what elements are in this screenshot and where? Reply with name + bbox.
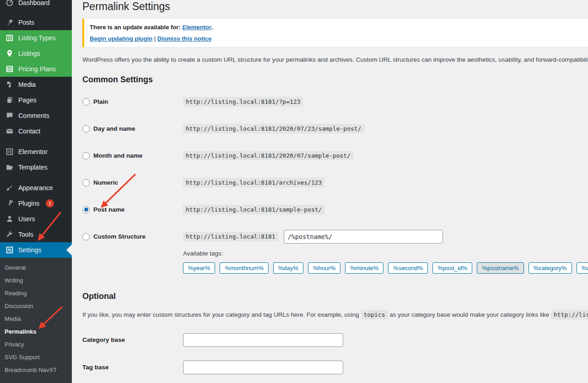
category-base-label: Category base [82,336,125,343]
sidebar-item-templates[interactable]: Templates [0,160,72,175]
permalink-options-table: Plain http://listing.local:8181/?p=123 D… [82,88,588,250]
tag-button-post-id[interactable]: %post_id% [432,262,472,274]
submenu-item-permalinks[interactable]: Permalinks [0,325,72,338]
sidebar-item-contact[interactable]: Contact [0,123,72,139]
update-count-badge: 1 [46,199,54,207]
plugin-icon [5,199,15,208]
submenu-item-privacy[interactable]: Privacy [0,338,72,351]
link-separator: | [152,35,157,42]
tag-button-author[interactable]: %author% [577,262,588,274]
option-label: Numeric [93,179,118,186]
sidebar-item-label: Settings [18,246,42,254]
sidebar-item-label: Appearance [18,184,53,192]
sidebar-item-label: Plugins [18,200,39,207]
tag-button-hour[interactable]: %hour% [308,262,340,274]
sidebar-item-plugins[interactable]: Plugins 1 [0,196,72,211]
sidebar-item-tools[interactable]: Tools [0,227,72,242]
comment-bubble-icon [5,111,15,120]
radio-plain[interactable] [82,98,90,106]
tag-button-minute[interactable]: %minute% [345,262,383,274]
submenu-item-general[interactable]: General [0,261,72,274]
custom-structure-input[interactable] [284,230,443,244]
custom-structure-prefix: http://listing.local:8181 [183,232,278,241]
dismiss-notice-link[interactable]: Dismiss this notice [157,35,211,42]
paintbrush-icon [5,183,15,192]
admin-menu: Dashboard Posts Listing Types Listings [0,0,72,258]
sidebar-item-label: Pricing Plans [18,65,56,73]
settings-submenu: General Writing Reading Discussion Media… [0,258,72,383]
example-url: http://listing.local:8181/2020/07/23/sam… [183,124,364,133]
media-icon [5,80,15,89]
plugin-link[interactable]: Elementor [182,24,211,31]
submenu-item-media[interactable]: Media [0,313,72,325]
field-row: Category base [82,326,588,354]
optional-heading: Optional [82,291,588,302]
page-title: Permalink Settings [82,0,588,13]
sidebar-item-label: Elementor [18,148,48,155]
sidebar-item-comments[interactable]: Comments [0,108,72,123]
tag-base-input[interactable] [183,361,343,374]
sidebar-item-listing-types[interactable]: Listing Types [0,30,72,46]
pages-icon [5,96,15,105]
tag-button-monthnum[interactable]: %monthnum% [220,262,269,274]
tag-base-label: Tag base [82,364,109,371]
submenu-item-svg-support[interactable]: SVG Support [0,351,72,364]
permalink-option-row: Numeric http://listing.local:8181/archiv… [82,169,588,196]
sidebar-item-label: Listing Types [18,34,55,42]
user-icon [5,214,15,223]
sidebar-item-label: Media [18,81,36,88]
permalink-option-row: Day and name http://listing.local:8181/2… [82,115,588,142]
menu-separator [0,139,72,144]
optional-text: as your category base would make your ca… [388,311,551,318]
example-url: http://listing.local:8181/2020/07/sample… [183,151,353,160]
folder-icon [5,163,15,172]
update-notice: There is an update available for: Elemen… [82,19,588,47]
example-url: http://listing.local:8181/?p=123 [183,97,303,106]
tag-button-category[interactable]: %category% [529,262,572,274]
example-url: http://listing.local:8181/sample-post/ [183,205,324,214]
notice-text-suffix: . [211,24,213,31]
permalink-option-row: Post name http://listing.local:8181/samp… [82,196,588,223]
tag-button-year[interactable]: %year% [183,262,215,274]
menu-separator [0,11,72,15]
settings-icon [5,245,15,255]
sidebar-item-pages[interactable]: Pages [0,92,72,108]
sidebar-item-dashboard[interactable]: Dashboard [0,0,72,11]
sidebar-item-posts[interactable]: Posts [0,15,72,30]
tag-button-second[interactable]: %second% [388,262,428,274]
dashboard-icon [5,0,15,7]
sidebar-item-settings[interactable]: Settings [0,242,72,258]
sidebar-item-label: Pages [18,96,37,104]
sidebar-item-listings[interactable]: Listings [0,46,72,61]
radio-post-name[interactable] [82,206,90,213]
tag-button-day[interactable]: %day% [273,262,303,274]
optional-text: If you like, you may enter custom struct… [82,311,361,318]
submenu-item-discussion[interactable]: Discussion [0,300,72,313]
option-label: Plain [93,98,108,105]
begin-updating-link[interactable]: Begin updating plugin [90,35,152,42]
option-label: Day and name [93,125,135,132]
submenu-item-reading[interactable]: Reading [0,287,72,300]
sidebar-item-pricing-plans[interactable]: Pricing Plans [0,61,72,77]
submenu-item-writing[interactable]: Writing [0,274,72,287]
radio-numeric[interactable] [82,179,90,186]
sidebar-item-appearance[interactable]: Appearance [0,180,72,196]
radio-month-and-name[interactable] [82,152,90,160]
tag-button-postname[interactable]: %postname% [477,262,523,274]
sidebar-item-elementor[interactable]: Elementor [0,144,72,160]
radio-day-and-name[interactable] [82,125,90,133]
sidebar-item-media[interactable]: Media [0,77,72,92]
submenu-item-breadcrumb-navxt[interactable]: Breadcrumb NavXT [0,364,72,377]
category-base-input[interactable] [183,333,343,347]
radio-custom-structure[interactable] [82,233,90,240]
category-example-url: http://listing.local:8181/topics/uncateg… [551,310,588,319]
elementor-icon [5,147,15,156]
option-label: Month and name [93,152,142,159]
optional-fields-table: Category base Tag base [82,326,588,381]
main-content: Permalink Settings There is an update av… [72,0,588,383]
sidebar-item-users[interactable]: Users [0,211,72,227]
sidebar-item-label: Comments [18,112,49,119]
sidebar-item-label: Tools [18,231,33,238]
wrench-icon [5,230,15,239]
optional-paragraph: If you like, you may enter custom struct… [82,310,588,320]
